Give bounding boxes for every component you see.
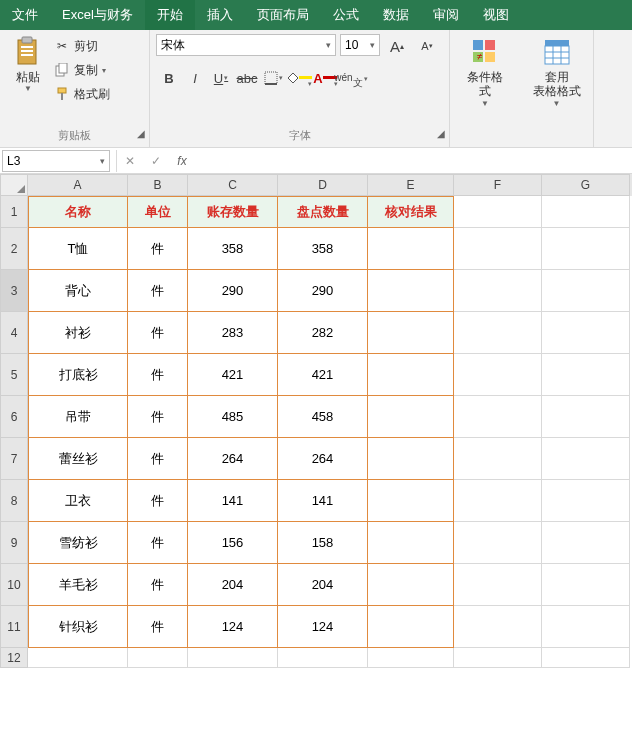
bold-button[interactable]: B [156,66,182,90]
copy-button[interactable]: 复制 ▾ [50,58,114,82]
tab-审阅[interactable]: 审阅 [421,0,471,30]
cell[interactable] [542,354,630,396]
conditional-format-button[interactable]: ≠ 条件格式 ▼ [463,34,507,110]
cell[interactable]: 件 [128,312,188,354]
cell[interactable] [368,438,454,480]
cell[interactable]: 485 [188,396,278,438]
cell[interactable]: 件 [128,522,188,564]
italic-button[interactable]: I [182,66,208,90]
cell[interactable]: 名称 [28,196,128,228]
cell[interactable]: 羊毛衫 [28,564,128,606]
row-header[interactable]: 10 [0,564,28,606]
cell[interactable] [454,438,542,480]
cell[interactable]: 458 [278,396,368,438]
increase-font-button[interactable]: A▴ [384,34,410,58]
cell[interactable]: 件 [128,396,188,438]
cell[interactable] [368,480,454,522]
cell[interactable] [28,648,128,668]
row-header[interactable]: 5 [0,354,28,396]
cell[interactable] [542,270,630,312]
col-header-B[interactable]: B [128,174,188,196]
cell[interactable] [368,648,454,668]
cell[interactable]: 背心 [28,270,128,312]
cell[interactable]: 421 [278,354,368,396]
cell[interactable]: 204 [278,564,368,606]
cell[interactable]: 核对结果 [368,196,454,228]
cell[interactable]: 421 [188,354,278,396]
row-header[interactable]: 11 [0,606,28,648]
cell[interactable] [454,354,542,396]
cell[interactable] [454,312,542,354]
cell[interactable] [454,606,542,648]
cell[interactable]: 141 [188,480,278,522]
cell[interactable] [454,228,542,270]
format-painter-button[interactable]: 格式刷 [50,82,114,106]
spreadsheet-grid[interactable]: ABCDEFG 1名称单位账存数量盘点数量核对结果2T恤件3583583背心件2… [0,174,632,668]
cell[interactable]: 204 [188,564,278,606]
fx-icon[interactable]: fx [169,154,195,168]
cell[interactable]: 件 [128,270,188,312]
cell[interactable] [368,312,454,354]
tab-文件[interactable]: 文件 [0,0,50,30]
cell[interactable]: 件 [128,606,188,648]
tab-公式[interactable]: 公式 [321,0,371,30]
cell[interactable]: T恤 [28,228,128,270]
cell[interactable]: 件 [128,564,188,606]
row-header[interactable]: 9 [0,522,28,564]
tab-Excel与财务[interactable]: Excel与财务 [50,0,145,30]
phonetic-button[interactable]: wén文▾ [338,66,364,90]
cell[interactable] [542,196,630,228]
cell[interactable] [128,648,188,668]
cell[interactable]: 雪纺衫 [28,522,128,564]
cell[interactable] [368,522,454,564]
row-header[interactable]: 8 [0,480,28,522]
strike-button[interactable]: abc [234,66,260,90]
cell[interactable] [368,396,454,438]
select-all-corner[interactable] [0,174,28,196]
table-format-button[interactable]: 套用 表格格式 ▼ [527,34,587,110]
cell[interactable]: 件 [128,438,188,480]
cell[interactable] [542,648,630,668]
cell[interactable] [454,564,542,606]
tab-数据[interactable]: 数据 [371,0,421,30]
tab-页面布局[interactable]: 页面布局 [245,0,321,30]
cell[interactable] [542,312,630,354]
col-header-D[interactable]: D [278,174,368,196]
tab-开始[interactable]: 开始 [145,0,195,30]
cut-button[interactable]: ✂ 剪切 [50,34,114,58]
cell[interactable]: 件 [128,354,188,396]
cell[interactable]: 290 [188,270,278,312]
col-header-G[interactable]: G [542,174,630,196]
row-header[interactable]: 3 [0,270,28,312]
tab-插入[interactable]: 插入 [195,0,245,30]
cell[interactable] [188,648,278,668]
cell[interactable] [542,396,630,438]
cell[interactable]: 件 [128,480,188,522]
cell[interactable]: 156 [188,522,278,564]
fill-color-button[interactable]: ▾ [286,66,312,90]
cell[interactable]: 282 [278,312,368,354]
cell[interactable]: 吊带 [28,396,128,438]
cell[interactable]: 衬衫 [28,312,128,354]
cell[interactable]: 打底衫 [28,354,128,396]
row-header[interactable]: 1 [0,196,28,228]
col-header-A[interactable]: A [28,174,128,196]
cell[interactable] [368,270,454,312]
cell[interactable] [454,480,542,522]
cell[interactable] [278,648,368,668]
cell[interactable] [454,196,542,228]
cell[interactable] [454,270,542,312]
cell[interactable]: 件 [128,228,188,270]
cell[interactable] [368,606,454,648]
cell[interactable]: 158 [278,522,368,564]
dialog-launcher-icon[interactable]: ◢ [137,128,145,139]
col-header-C[interactable]: C [188,174,278,196]
cell[interactable]: 264 [188,438,278,480]
row-header[interactable]: 4 [0,312,28,354]
row-header[interactable]: 7 [0,438,28,480]
cell[interactable]: 针织衫 [28,606,128,648]
decrease-font-button[interactable]: A▾ [414,34,440,58]
cell[interactable] [542,606,630,648]
cancel-formula-button[interactable]: ✕ [117,154,143,168]
formula-input[interactable] [195,150,632,172]
